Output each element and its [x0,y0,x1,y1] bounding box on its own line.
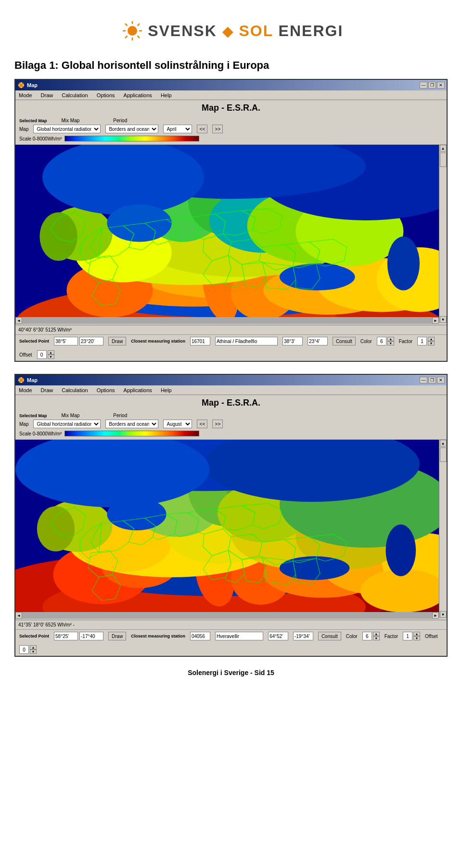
window2-color-down[interactable]: ▼ [373,636,380,640]
window2-vscrollbar[interactable]: ▲ ▼ [439,440,447,618]
window2-period-label: Period [113,413,127,418]
window2-consult-btn[interactable]: Consult [318,632,341,640]
menu1-draw[interactable]: Draw [39,92,55,99]
menu2-options[interactable]: Options [95,387,116,394]
window2-scroll-down[interactable]: ▼ [440,611,447,618]
window1-station-id[interactable] [190,337,210,345]
window1-offset-arrows: ▲ ▼ [48,350,54,359]
window1-color-down[interactable]: ▼ [387,341,394,345]
window1-draw-btn[interactable]: Draw [108,337,126,345]
menu1-calculation[interactable]: Calculation [60,92,89,99]
window1-color-arrows: ▲ ▼ [387,337,394,345]
window1-x-input[interactable] [54,337,78,345]
window1-color-spinner: 6 ▲ ▼ [377,337,394,345]
window2-titlebar: Map — ❐ ✕ [15,375,447,385]
window2-period-select[interactable]: August [163,420,192,428]
menu1-mode[interactable]: Mode [17,92,34,99]
window1-consult-btn[interactable]: Consult [333,337,356,345]
window2-selected-map-label: Selected Map [19,413,47,418]
window1-map-svg[interactable] [15,145,447,323]
window1-scroll-track[interactable] [22,317,432,324]
window2-minimize-btn[interactable]: — [420,377,427,383]
window2-prev-btn[interactable]: << [197,420,207,428]
logo-area: SVENSK ◆ SOL ENERGI [14,10,448,50]
window2-map-area: ▲ ▼ ◄ ► [15,440,447,620]
window2-scale-label: Scale 0-8000Wh/m² [19,431,62,436]
window2-x-input[interactable] [54,632,78,640]
window1-frame: Map — ❐ ✕ Mode Draw Calculation Options … [14,79,448,362]
window1-next-btn[interactable]: >> [212,125,223,133]
menu2-calculation[interactable]: Calculation [60,387,89,394]
window1-offset-up[interactable]: ▲ [48,350,54,355]
window2-scroll-right[interactable]: ► [432,612,439,619]
window1-prev-btn[interactable]: << [197,125,207,133]
logo-energi: ENERGI [279,22,344,39]
window2-offset-up[interactable]: ▲ [30,645,37,650]
window1-mix-map-select[interactable]: Borders and oceans [105,125,158,133]
menu1-applications[interactable]: Applications [122,92,154,99]
window1-color-up[interactable]: ▲ [387,337,394,341]
window2-point-inputs [54,632,103,640]
window1-minimize-btn[interactable]: — [420,82,427,89]
window2-factor-up[interactable]: ▲ [413,632,420,636]
window1-controls: — ❐ ✕ [420,82,445,89]
window2-menubar: Mode Draw Calculation Options Applicatio… [15,385,447,395]
window1-map-select[interactable]: Global horizontal radiation [33,125,101,133]
window1-vscrollbar[interactable]: ▲ ▼ [439,145,447,323]
window1-titlebar: Map — ❐ ✕ [15,80,447,90]
window2-station-y[interactable] [293,632,313,640]
window2-scroll-track[interactable] [22,612,432,619]
window1-factor-down[interactable]: ▼ [428,341,435,345]
window1-station-y[interactable] [308,337,328,345]
window2-color-up[interactable]: ▲ [373,632,380,636]
menu1-options[interactable]: Options [95,92,116,99]
menu2-help[interactable]: Help [159,387,173,394]
menu1-help[interactable]: Help [159,92,173,99]
menu2-draw[interactable]: Draw [39,387,55,394]
window1-icon [17,81,25,89]
svg-point-30 [39,212,77,261]
window2-offset-arrows: ▲ ▼ [30,645,37,654]
window1-maximize-btn[interactable]: ❐ [428,82,436,89]
window2-station-name[interactable] [215,632,263,640]
svg-point-78 [385,524,416,576]
menu2-mode[interactable]: Mode [17,387,34,394]
window2-scroll-thumb[interactable] [440,447,447,462]
window2-controls-row2: Map Global horizontal radiation Borders … [19,420,443,428]
window2-y-input[interactable] [79,632,103,640]
window1-close-btn[interactable]: ✕ [437,82,445,89]
window1-scroll-up[interactable]: ▲ [440,145,447,152]
window1-factor-up[interactable]: ▲ [428,337,435,341]
window2-next-btn[interactable]: >> [212,420,223,428]
window1-period-select[interactable]: April [163,125,192,133]
window1-offset-down[interactable]: ▼ [48,355,54,359]
window2-station-id[interactable] [190,632,210,640]
window1-map-label: Map [19,127,28,132]
window1-station-x[interactable] [282,337,303,345]
window2-draw-btn[interactable]: Draw [108,632,126,640]
window2-color-label: Color [346,634,358,639]
svg-point-0 [128,26,137,36]
window1-scroll-thumb[interactable] [440,153,447,167]
window2-maximize-btn[interactable]: ❐ [428,377,436,383]
window2-offset-val: 0 [19,645,29,654]
window1-scroll-down[interactable]: ▼ [440,316,447,323]
window2-scroll-left[interactable]: ◄ [15,612,22,619]
window2-factor-label: Factor [385,634,398,639]
window1-titlebar-left: Map [17,81,38,89]
window1-scroll-left[interactable]: ◄ [15,317,22,324]
window2-mix-map-select[interactable]: Borders and oceans [105,420,158,428]
window1-scroll-right[interactable]: ► [432,317,439,324]
window2-factor-down[interactable]: ▼ [413,636,420,640]
window2-map-svg[interactable] [15,440,447,618]
svg-point-41 [387,237,420,291]
window1-station-name[interactable] [215,337,278,345]
window2-offset-down[interactable]: ▼ [30,650,37,654]
window2-scroll-up[interactable]: ▲ [440,440,447,447]
window2-map-select[interactable]: Global horizontal radiation [33,420,101,428]
menu2-applications[interactable]: Applications [122,387,154,394]
window2-subtitle: Map - E.S.R.A. [15,395,447,411]
window1-y-input[interactable] [79,337,103,345]
window2-station-x[interactable] [268,632,288,640]
window2-close-btn[interactable]: ✕ [437,377,445,383]
